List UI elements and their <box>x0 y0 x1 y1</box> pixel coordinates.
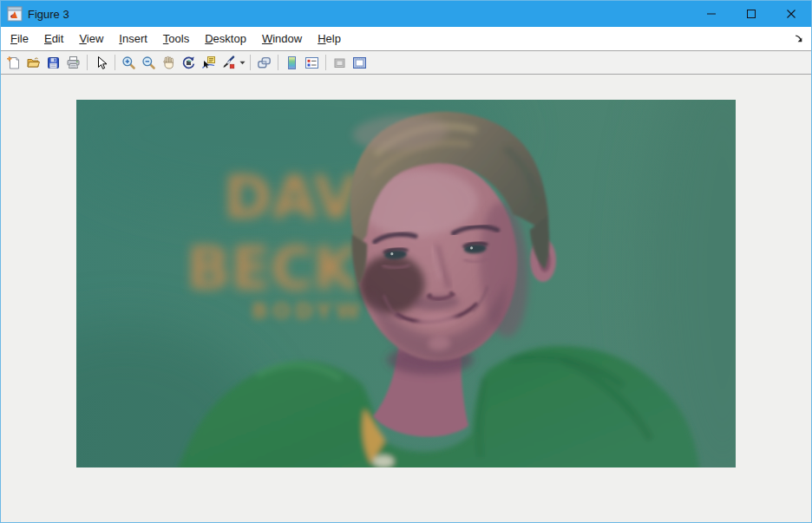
rotate-3d-icon <box>181 56 196 70</box>
chain-link-icon <box>257 56 272 70</box>
toolbar-separator <box>250 55 251 70</box>
zoom-out-icon <box>141 56 156 70</box>
backdrop-text-line3: BODYW <box>252 298 364 324</box>
dock-figure-button[interactable] <box>790 31 806 47</box>
menu-tools[interactable]: Tools <box>155 29 197 49</box>
zoom-in-button[interactable] <box>119 53 139 72</box>
new-figure-icon <box>6 56 21 70</box>
new-figure-button[interactable] <box>3 53 23 72</box>
legend-icon <box>304 56 319 70</box>
hide-plot-tools-button[interactable] <box>330 53 350 72</box>
show-plot-tools-dock-icon <box>352 56 367 70</box>
title-bar: Figure 3 <box>1 1 811 27</box>
minimize-button[interactable] <box>691 1 731 27</box>
toolbar-separator <box>278 55 278 70</box>
printer-icon <box>66 56 81 70</box>
open-file-button[interactable] <box>23 53 43 72</box>
figure-image: DAV BECK BODYW <box>76 100 736 467</box>
toolbar-separator <box>325 55 326 70</box>
pan-button[interactable] <box>159 53 179 72</box>
brush-icon <box>221 56 236 70</box>
menu-window[interactable]: Window <box>254 29 310 49</box>
data-cursor-button[interactable] <box>199 53 219 72</box>
pan-hand-icon <box>161 56 176 70</box>
link-plot-button[interactable] <box>254 53 274 72</box>
portrait-photo: DAV BECK BODYW <box>76 100 736 467</box>
figure-canvas: DAV BECK BODYW <box>1 75 811 522</box>
hide-plot-tools-icon <box>332 56 347 70</box>
rotate-3d-button[interactable] <box>179 53 199 72</box>
menu-edit[interactable]: Edit <box>36 29 71 49</box>
save-figure-button[interactable] <box>43 53 63 72</box>
show-plot-tools-dock-button[interactable] <box>350 53 370 72</box>
data-cursor-icon <box>201 56 216 70</box>
matlab-icon <box>7 6 23 22</box>
window-title: Figure 3 <box>28 8 691 21</box>
menu-file[interactable]: File <box>3 29 36 49</box>
chevron-down-icon <box>239 61 246 65</box>
close-icon <box>786 9 796 19</box>
menu-desktop[interactable]: Desktop <box>197 29 254 49</box>
menu-insert[interactable]: Insert <box>111 29 155 49</box>
backdrop-text-line2: BECK <box>187 235 360 303</box>
brush-data-button[interactable] <box>219 53 239 72</box>
brush-dropdown-button[interactable] <box>239 53 246 72</box>
zoom-out-button[interactable] <box>139 53 159 72</box>
toolbar-separator <box>87 55 88 70</box>
maximize-button[interactable] <box>731 1 771 27</box>
insert-colorbar-button[interactable] <box>282 53 302 72</box>
edit-plot-pointer-button[interactable] <box>91 53 111 72</box>
minimize-icon <box>706 9 717 19</box>
pointer-arrow-icon <box>94 56 108 70</box>
dock-arrow-icon <box>794 34 803 43</box>
figure-window: Figure 3 File Edit View Insert Tools Des… <box>0 0 812 523</box>
backdrop-text-line1: DAV <box>224 164 358 232</box>
zoom-in-icon <box>121 56 136 70</box>
figure-toolbar <box>1 51 811 75</box>
open-folder-icon <box>26 56 41 70</box>
close-button[interactable] <box>771 1 811 27</box>
toolbar-separator <box>115 55 115 70</box>
maximize-icon <box>746 9 756 19</box>
save-floppy-icon <box>46 56 61 70</box>
menu-bar: File Edit View Insert Tools Desktop Wind… <box>1 27 811 51</box>
menu-view[interactable]: View <box>71 29 111 49</box>
print-figure-button[interactable] <box>63 53 83 72</box>
menu-help[interactable]: Help <box>310 29 349 49</box>
insert-legend-button[interactable] <box>302 53 322 72</box>
colorbar-icon <box>285 56 299 70</box>
